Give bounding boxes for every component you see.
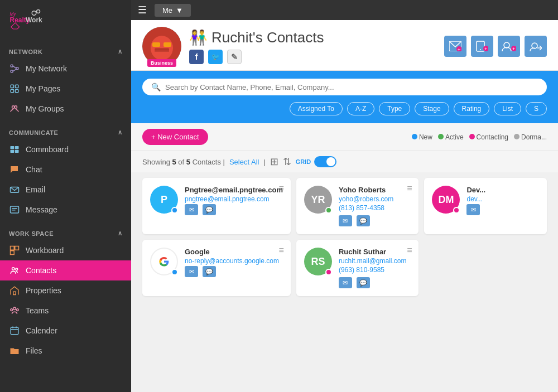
sidebar-item-teams[interactable]: Teams: [0, 301, 131, 321]
me-dropdown[interactable]: Me ▼: [155, 4, 191, 17]
svg-rect-41: [163, 42, 171, 47]
sidebar-label-files: Files: [26, 346, 42, 355]
email-action[interactable]: ✉: [339, 215, 352, 226]
facebook-button[interactable]: f: [189, 50, 204, 64]
filter-az[interactable]: A-Z: [347, 102, 374, 115]
header-left: Business 👫 Ruchit's Contacts f 🐦 ✎: [142, 27, 324, 66]
svg-point-3: [32, 11, 36, 16]
add-email-button[interactable]: +: [444, 36, 466, 57]
sidebar-item-properties[interactable]: Properties: [0, 280, 131, 301]
new-dot: [412, 134, 417, 139]
svg-rect-18: [15, 146, 19, 149]
svg-line-9: [13, 66, 16, 69]
contact-email[interactable]: pngtree@email.pngtree.com: [185, 195, 283, 203]
email-action[interactable]: ✉: [466, 204, 480, 215]
contact-menu-icon[interactable]: ≡: [407, 245, 412, 255]
sidebar-item-commboard[interactable]: Commboard: [0, 139, 131, 159]
svg-point-4: [37, 10, 40, 13]
avatar-wrap: P: [150, 186, 178, 214]
social-links: f 🐦 ✎: [189, 50, 324, 64]
filter-list[interactable]: List: [494, 102, 521, 115]
filter-stage[interactable]: Stage: [415, 102, 449, 115]
svg-rect-34: [11, 327, 18, 335]
sidebar-item-contacts[interactable]: Contacts: [0, 260, 131, 280]
sidebar-item-my-groups[interactable]: My Groups: [0, 99, 131, 119]
communicate-section: COMMUNICATE ∧ Commboard Chat Email Mes: [0, 121, 131, 222]
sort-icon[interactable]: ⇅: [283, 156, 291, 168]
search-section: 🔍 Assigned To A-Z Type Stage Rating List…: [131, 71, 558, 123]
svg-point-16: [15, 106, 17, 109]
contacts-grid: P Pngtree@email.pngtree.com pngtree@emai…: [131, 172, 558, 392]
new-contact-button[interactable]: + New Contact: [142, 129, 208, 145]
contact-menu-icon[interactable]: ≡: [279, 183, 284, 193]
content-header: Business 👫 Ruchit's Contacts f 🐦 ✎: [131, 20, 558, 71]
showing-row: Showing 5 of 5 Contacts | Select All | ⊞…: [131, 151, 558, 172]
count: 5: [172, 158, 176, 166]
svg-rect-40: [152, 42, 160, 47]
me-label: Me: [162, 6, 172, 14]
sidebar-label-teams: Teams: [26, 306, 49, 315]
contact-card-pngtree: P Pngtree@email.pngtree.com pngtree@emai…: [142, 178, 291, 234]
status-legend: New Active Contacting Dorma...: [412, 133, 547, 141]
contact-actions: ✉ 💬: [339, 215, 411, 226]
network-section: NETWORK ∧ My Network My Pages My Groups: [0, 40, 131, 121]
files-icon: [9, 345, 20, 356]
select-all-link[interactable]: Select All: [229, 158, 259, 166]
sidebar-item-files[interactable]: Files: [0, 341, 131, 361]
sidebar-label-my-network: My Network: [26, 64, 67, 73]
contact-email[interactable]: dev...: [466, 195, 539, 203]
contacting-dot: [469, 134, 475, 139]
grid-toggle: GRID: [296, 156, 337, 167]
grid-toggle-switch[interactable]: [314, 156, 336, 167]
sidebar-item-calender[interactable]: Calender: [0, 321, 131, 341]
sidebar: My Realty Works NETWORK ∧ My Network My …: [0, 0, 131, 392]
sidebar-label-calender: Calender: [26, 326, 57, 335]
search-input[interactable]: [165, 83, 538, 91]
contact-name: Yoho Roberts: [339, 186, 411, 194]
svg-point-28: [12, 268, 15, 270]
twitter-button[interactable]: 🐦: [208, 50, 223, 64]
sidebar-item-message[interactable]: Message: [0, 200, 131, 220]
workboard-icon: [9, 245, 20, 256]
chat-action[interactable]: 💬: [203, 204, 216, 215]
contact-menu-icon[interactable]: ≡: [279, 245, 284, 255]
add-contact-button[interactable]: +: [498, 36, 520, 57]
add-device-button[interactable]: +: [471, 36, 493, 57]
filter-assigned-to[interactable]: Assigned To: [290, 102, 343, 115]
email-action[interactable]: ✉: [185, 204, 198, 215]
svg-point-33: [16, 309, 18, 311]
contact-email[interactable]: no-reply@accounts.google.com: [185, 257, 283, 265]
contact-phone: (813) 857-4358: [339, 204, 411, 212]
filter-s[interactable]: S: [526, 102, 547, 115]
filter-rating[interactable]: Rating: [454, 102, 490, 115]
contact-menu-icon[interactable]: ≡: [407, 183, 412, 193]
toolbar-right: New Active Contacting Dorma...: [412, 133, 547, 141]
more-button[interactable]: [525, 36, 547, 57]
search-wrap: 🔍: [142, 79, 547, 95]
edit-button[interactable]: ✎: [227, 50, 242, 64]
sidebar-item-workboard[interactable]: Workboard: [0, 240, 131, 260]
svg-rect-25: [11, 246, 15, 250]
sidebar-item-email[interactable]: Email: [0, 180, 131, 200]
chat-action[interactable]: 💬: [203, 266, 216, 277]
contact-info: Google no-reply@accounts.google.com ✉ 💬: [185, 248, 283, 277]
chat-action[interactable]: 💬: [357, 277, 370, 288]
hamburger-icon[interactable]: ☰: [138, 4, 147, 16]
export-icon[interactable]: ⊞: [270, 156, 278, 168]
email-action[interactable]: ✉: [339, 277, 352, 288]
contact-email[interactable]: yoho@robers.com: [339, 195, 411, 203]
chat-action[interactable]: 💬: [357, 215, 370, 226]
contact-email[interactable]: ruchit.mail@gmail.com: [339, 257, 411, 265]
sidebar-item-my-network[interactable]: My Network: [0, 59, 131, 79]
sidebar-item-my-pages[interactable]: My Pages: [0, 79, 131, 99]
svg-rect-6: [11, 65, 13, 67]
email-action[interactable]: ✉: [185, 266, 198, 277]
me-arrow-icon: ▼: [176, 6, 183, 14]
commboard-icon: [9, 144, 20, 155]
svg-rect-17: [11, 146, 15, 149]
contact-info: Ruchit Suthar ruchit.mail@gmail.com (963…: [339, 248, 411, 288]
filter-type[interactable]: Type: [379, 102, 410, 115]
svg-point-32: [11, 309, 13, 311]
contact-info: Dev... dev... ✉: [466, 186, 539, 215]
sidebar-item-chat[interactable]: Chat: [0, 159, 131, 180]
